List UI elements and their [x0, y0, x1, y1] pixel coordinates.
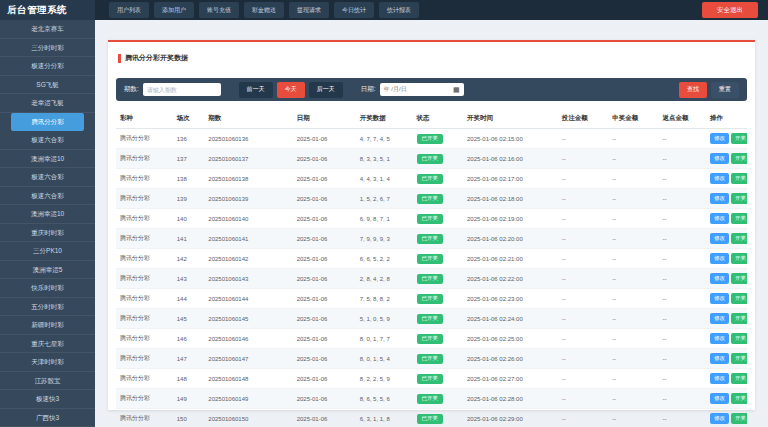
cell-win: -- — [608, 369, 658, 389]
cell-bet: -- — [558, 249, 608, 269]
cell-issue: 202501060140 — [204, 209, 292, 229]
sidebar-item[interactable]: 极速快3 — [0, 390, 95, 409]
edit-button[interactable]: 修改 — [710, 393, 729, 404]
status-badge: 已开奖 — [417, 134, 444, 144]
cell-status: 已开奖 — [413, 269, 463, 289]
draw-button[interactable]: 开奖 — [731, 173, 747, 184]
issue-input[interactable] — [143, 83, 221, 96]
cell-win: -- — [608, 209, 658, 229]
topnav-item[interactable]: 添加用户 — [154, 2, 194, 18]
sidebar-item[interactable]: 澳洲幸运10 — [0, 150, 95, 169]
topnav-item[interactable]: 今日统计 — [334, 2, 374, 18]
date-input[interactable]: 年 /月/日 ▦ — [380, 83, 464, 96]
sidebar-item[interactable]: 腾讯分分彩 — [11, 113, 84, 132]
draw-button[interactable]: 开奖 — [731, 313, 747, 324]
logout-button[interactable]: 安全退出 — [702, 2, 758, 18]
cell-status: 已开奖 — [413, 129, 463, 149]
issue-label: 期数: — [124, 85, 139, 94]
sidebar-item[interactable]: 澳洲幸运5 — [0, 261, 95, 280]
draw-button[interactable]: 开奖 — [731, 213, 747, 224]
today-button[interactable]: 今天 — [277, 82, 305, 98]
cell-win: -- — [608, 249, 658, 269]
sidebar-item[interactable]: 老幸运飞艇 — [0, 94, 95, 113]
cell-lottery: 腾讯分分彩 — [116, 229, 173, 249]
table-row: 腾讯分分彩1402025010601402025-01-066, 9, 8, 7… — [116, 209, 747, 229]
edit-button[interactable]: 修改 — [710, 173, 729, 184]
cell-session: 145 — [173, 309, 205, 329]
draw-button[interactable]: 开奖 — [731, 413, 747, 424]
sidebar-item[interactable]: 老北京赛车 — [0, 20, 95, 39]
edit-button[interactable]: 修改 — [710, 273, 729, 284]
sidebar-item[interactable]: 极速六合彩 — [0, 187, 95, 206]
topnav-item[interactable]: 用户列表 — [109, 2, 149, 18]
sidebar-item[interactable]: 澳洲幸运10 — [0, 205, 95, 224]
edit-button[interactable]: 修改 — [710, 333, 729, 344]
edit-button[interactable]: 修改 — [710, 193, 729, 204]
draw-button[interactable]: 开奖 — [731, 133, 747, 144]
cell-rebate: -- — [659, 329, 706, 349]
sidebar-item[interactable]: 极速分分彩 — [0, 57, 95, 76]
table-row: 腾讯分分彩1472025010601472025-01-068, 0, 1, 5… — [116, 349, 747, 369]
draw-button[interactable]: 开奖 — [731, 253, 747, 264]
sidebar-item[interactable]: SG飞艇 — [0, 76, 95, 95]
draw-button[interactable]: 开奖 — [731, 373, 747, 384]
edit-button[interactable]: 修改 — [710, 373, 729, 384]
cell-issue: 202501060147 — [204, 349, 292, 369]
draw-button[interactable]: 开奖 — [731, 153, 747, 164]
cell-bet: -- — [558, 289, 608, 309]
edit-button[interactable]: 修改 — [710, 313, 729, 324]
draw-button[interactable]: 开奖 — [731, 233, 747, 244]
sidebar-item[interactable]: 三分PK10 — [0, 242, 95, 261]
sidebar-item[interactable]: 新疆时时彩 — [0, 316, 95, 335]
cell-issue: 202501060146 — [204, 329, 292, 349]
edit-button[interactable]: 修改 — [710, 353, 729, 364]
draw-button[interactable]: 开奖 — [731, 393, 747, 404]
draw-button[interactable]: 开奖 — [731, 293, 747, 304]
prev-day-button[interactable]: 前一天 — [239, 82, 273, 98]
calendar-icon[interactable]: ▦ — [453, 86, 460, 93]
cell-win: -- — [608, 349, 658, 369]
cell-lottery: 腾讯分分彩 — [116, 169, 173, 189]
search-button[interactable]: 查找 — [679, 82, 707, 98]
cell-session: 142 — [173, 249, 205, 269]
edit-button[interactable]: 修改 — [710, 213, 729, 224]
cell-bet: -- — [558, 409, 608, 427]
sidebar-item[interactable]: 极速六合彩 — [0, 131, 95, 150]
edit-button[interactable]: 修改 — [710, 293, 729, 304]
sidebar-item[interactable]: 快乐时时彩 — [0, 279, 95, 298]
cell-time: 2025-01-06 02:22:00 — [463, 269, 558, 289]
sidebar-item[interactable]: 五分时时彩 — [0, 298, 95, 317]
sidebar-item[interactable]: 江苏骰宝 — [0, 372, 95, 391]
edit-button[interactable]: 修改 — [710, 253, 729, 264]
cell-status: 已开奖 — [413, 169, 463, 189]
edit-button[interactable]: 修改 — [710, 233, 729, 244]
main-content: 腾讯分分彩开奖数据 期数: 前一天 今天 后一天 日期: 年 /月/日 ▦ 查找… — [95, 20, 768, 427]
edit-button[interactable]: 修改 — [710, 133, 729, 144]
cell-status: 已开奖 — [413, 389, 463, 409]
topnav-item[interactable]: 账号充值 — [199, 2, 239, 18]
next-day-button[interactable]: 后一天 — [309, 82, 343, 98]
reset-button[interactable]: 重置 — [711, 82, 739, 98]
topnav-item[interactable]: 彩金赠送 — [244, 2, 284, 18]
table-row: 腾讯分分彩1442025010601442025-01-067, 5, 8, 8… — [116, 289, 747, 309]
cell-session: 143 — [173, 269, 205, 289]
edit-button[interactable]: 修改 — [710, 413, 729, 424]
sidebar-item[interactable]: 极速六合彩 — [0, 168, 95, 187]
sidebar-item[interactable]: 三分时时彩 — [0, 39, 95, 58]
draw-button[interactable]: 开奖 — [731, 193, 747, 204]
draw-button[interactable]: 开奖 — [731, 333, 747, 344]
cell-actions: 修改开奖 — [706, 209, 747, 229]
status-badge: 已开奖 — [417, 194, 444, 204]
topnav-item[interactable]: 统计报表 — [379, 2, 419, 18]
cell-date: 2025-01-06 — [293, 409, 356, 427]
cell-status: 已开奖 — [413, 349, 463, 369]
sidebar-item[interactable]: 重庆七星彩 — [0, 335, 95, 354]
cell-numbers: 8, 0, 1, 7, 7 — [356, 329, 413, 349]
topnav-item[interactable]: 提现请求 — [289, 2, 329, 18]
draw-button[interactable]: 开奖 — [731, 273, 747, 284]
edit-button[interactable]: 修改 — [710, 153, 729, 164]
draw-button[interactable]: 开奖 — [731, 353, 747, 364]
sidebar-item[interactable]: 天津时时彩 — [0, 353, 95, 372]
sidebar-item[interactable]: 广西快3 — [0, 409, 95, 427]
sidebar-item[interactable]: 重庆时时彩 — [0, 224, 95, 243]
